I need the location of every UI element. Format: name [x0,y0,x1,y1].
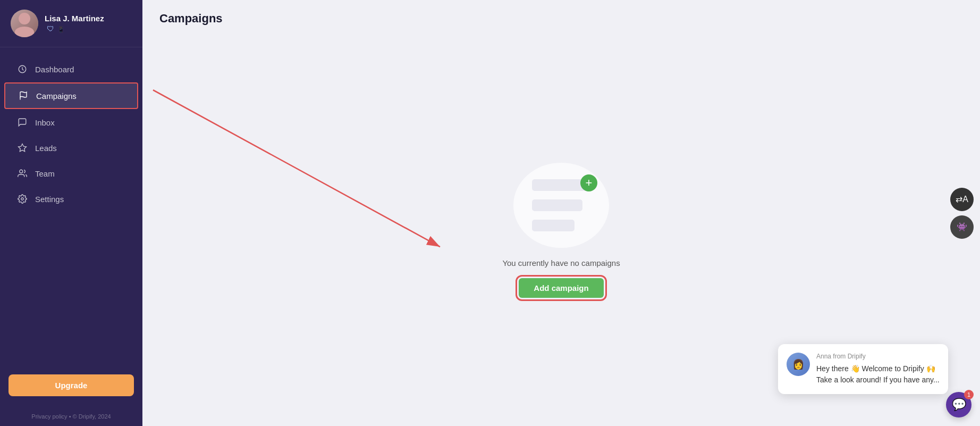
plus-badge-icon: + [580,174,597,191]
avatar [11,10,38,37]
inbox-icon [17,117,28,128]
chat-message: Hey there 👋 Welcome to Dripify 🙌 Take a … [816,363,940,386]
illustration-card-3 [532,220,575,231]
empty-state-message: You currently have no campaigns [502,258,620,268]
user-name: Lisa J. Martinez [45,14,104,23]
sidebar: Lisa J. Martinez 🛡 📱 Dashboard Campaigns [0,0,142,426]
sidebar-item-label: Campaigns [36,91,77,101]
shield-icon: 🛡 [47,24,54,33]
leads-icon [17,143,28,153]
translate-button[interactable]: ⇄A [950,188,974,211]
chat-avatar: 👩 [787,353,810,376]
svg-point-4 [21,198,24,201]
page-header: Campaigns [142,0,980,34]
assistant-button[interactable]: 👾 [950,215,974,239]
chat-bubble-button[interactable]: 💬 1 [946,392,971,417]
svg-line-6 [153,90,440,247]
user-profile: Lisa J. Martinez 🛡 📱 [0,0,142,47]
settings-icon [17,194,28,204]
sidebar-item-inbox[interactable]: Inbox [4,110,138,135]
page-title: Campaigns [159,12,963,26]
floating-buttons: ⇄A 👾 [950,188,974,239]
sidebar-item-team[interactable]: Team [4,161,138,186]
sidebar-item-label: Settings [35,195,64,204]
nav-menu: Dashboard Campaigns Inbox Leads [0,47,142,368]
sidebar-item-dashboard[interactable]: Dashboard [4,57,138,81]
team-icon [17,168,28,179]
sidebar-item-leads[interactable]: Leads [4,136,138,160]
sidebar-item-label: Inbox [35,118,55,127]
chat-widget: 👩 Anna from Dripify Hey there 👋 Welcome … [778,344,948,394]
sidebar-item-label: Dashboard [35,65,74,74]
footer-text: Privacy policy • © Dripify, 2024 [0,407,142,426]
sidebar-item-campaigns[interactable]: Campaigns [4,82,138,109]
sidebar-item-label: Leads [35,144,57,153]
chat-content: Anna from Dripify Hey there 👋 Welcome to… [816,353,940,386]
add-campaign-button[interactable]: Add campaign [519,278,603,298]
illustration-card-2 [532,199,582,211]
upgrade-button[interactable]: Upgrade [9,374,134,396]
svg-marker-2 [19,144,27,152]
dashboard-icon [17,64,28,74]
sidebar-item-settings[interactable]: Settings [4,187,138,211]
empty-state-illustration: + [513,163,609,248]
sidebar-item-label: Team [35,169,55,178]
user-subtitle: 📱 [57,26,65,33]
svg-point-3 [20,170,23,173]
chat-notification-badge: 1 [964,390,974,399]
campaigns-icon [18,90,29,101]
chat-sender: Anna from Dripify [816,353,940,360]
